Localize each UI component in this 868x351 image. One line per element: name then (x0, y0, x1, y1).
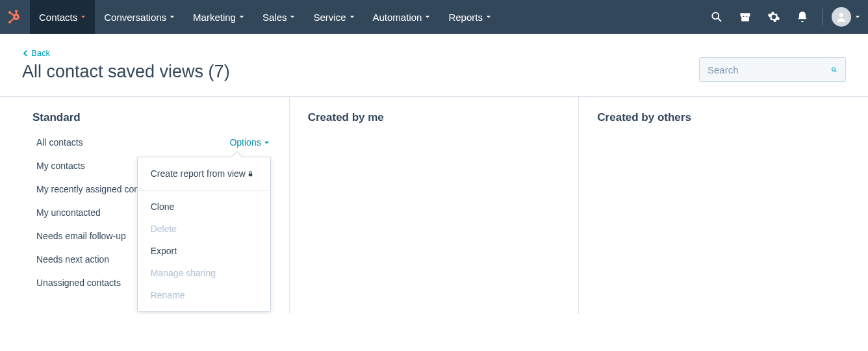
view-item-all-contacts[interactable]: All contacts Options Create report from … (0, 131, 289, 154)
page-title: All contact saved views (7) (22, 62, 230, 82)
search-input[interactable] (708, 64, 831, 75)
dd-label: Manage sharing (151, 268, 216, 278)
nav-label: Conversations (104, 12, 166, 23)
chevron-down-icon (425, 14, 430, 20)
dd-export[interactable]: Export (138, 240, 270, 262)
options-label: Options (229, 137, 261, 148)
marketplace-icon[interactable] (731, 0, 760, 34)
bell-icon (796, 10, 809, 23)
dd-label: Create report from view (151, 168, 246, 179)
sprocket-icon (7, 9, 23, 25)
nav-label: Service (313, 12, 346, 23)
column-header: Created by me (290, 111, 579, 131)
chevron-down-icon (486, 14, 491, 20)
dd-label: Delete (151, 224, 177, 234)
back-link[interactable]: Back (22, 48, 230, 58)
chevron-down-icon (239, 14, 244, 20)
chevron-down-icon (350, 14, 355, 20)
nav-separator (822, 8, 823, 25)
nav-label: Automation (373, 12, 422, 23)
nav-item-conversations[interactable]: Conversations (95, 0, 184, 34)
search-box[interactable] (699, 57, 846, 82)
store-icon (739, 10, 752, 23)
magnifier-icon (710, 10, 723, 23)
column-header: Standard (0, 111, 289, 131)
nav-label: Reports (448, 12, 483, 23)
column-created-by-me: Created by me (290, 97, 580, 314)
settings-icon[interactable] (760, 0, 788, 34)
account-menu[interactable] (828, 7, 860, 27)
dd-delete: Delete (138, 218, 270, 240)
dropdown-section-main: Clone Delete Export Manage sharing Renam… (138, 190, 270, 311)
caret-down-icon (264, 140, 270, 146)
view-label: My uncontacted (36, 207, 101, 218)
chevron-down-icon (170, 14, 175, 20)
gear-icon (767, 10, 780, 23)
hubspot-logo[interactable] (0, 0, 30, 34)
dd-create-report[interactable]: Create report from view (138, 162, 270, 185)
top-nav: Contacts Conversations Marketing Sales S… (0, 0, 868, 34)
nav-left: Contacts Conversations Marketing Sales S… (0, 0, 500, 34)
chevron-down-icon (81, 14, 86, 20)
nav-item-reports[interactable]: Reports (439, 0, 500, 34)
search-icon[interactable] (702, 0, 731, 34)
dd-manage-sharing: Manage sharing (138, 262, 270, 284)
svg-rect-12 (249, 174, 253, 176)
lock-icon (247, 170, 254, 177)
svg-line-8 (719, 19, 721, 21)
view-list: All contacts Options Create report from … (0, 131, 289, 294)
dd-clone[interactable]: Clone (138, 196, 270, 218)
sub-header: Back All contact saved views (7) (0, 34, 868, 97)
columns: Standard All contacts Options Create rep… (0, 97, 868, 314)
chevron-down-icon (855, 14, 860, 20)
chevron-down-icon (290, 14, 295, 20)
nav-label: Contacts (39, 12, 77, 23)
view-label: Needs next action (36, 254, 109, 265)
svg-point-7 (712, 12, 719, 19)
nav-item-service[interactable]: Service (304, 0, 363, 34)
nav-right (702, 0, 860, 34)
svg-line-11 (835, 70, 836, 72)
dd-label: Export (151, 246, 177, 256)
options-dropdown: Create report from view Clone Delete Exp… (137, 157, 271, 312)
back-label: Back (31, 48, 50, 58)
nav-label: Marketing (193, 12, 236, 23)
person-icon (836, 11, 847, 23)
dd-label: Rename (151, 290, 185, 300)
view-label: Unassigned contacts (36, 278, 121, 288)
nav-item-marketing[interactable]: Marketing (184, 0, 253, 34)
column-standard: Standard All contacts Options Create rep… (0, 97, 290, 314)
view-label: All contacts (36, 137, 83, 148)
dropdown-section-top: Create report from view (138, 157, 270, 190)
chevron-left-icon (22, 50, 29, 57)
svg-point-9 (839, 13, 843, 17)
svg-line-5 (10, 18, 14, 21)
avatar (832, 7, 851, 27)
options-trigger[interactable]: Options (229, 137, 269, 148)
notifications-icon[interactable] (788, 0, 817, 34)
dd-rename: Rename (138, 284, 270, 306)
nav-item-contacts[interactable]: Contacts (30, 0, 95, 34)
svg-line-4 (10, 13, 14, 16)
search-icon (831, 64, 837, 75)
dd-label: Clone (151, 202, 175, 212)
nav-item-automation[interactable]: Automation (364, 0, 440, 34)
nav-item-sales[interactable]: Sales (253, 0, 305, 34)
view-label: My contacts (36, 161, 85, 171)
column-header: Created by others (579, 111, 868, 131)
nav-label: Sales (262, 12, 287, 23)
svg-point-10 (832, 68, 836, 71)
view-label: Needs email follow-up (36, 231, 126, 241)
column-created-by-others: Created by others (579, 97, 868, 314)
svg-point-0 (14, 15, 19, 20)
